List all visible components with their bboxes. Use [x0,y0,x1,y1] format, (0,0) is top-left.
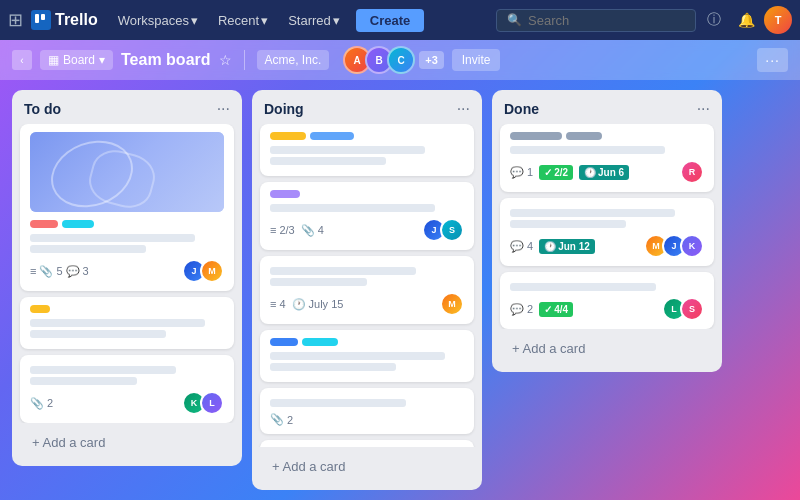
attach-icon: 📎 [30,397,44,410]
recent-menu[interactable]: Recent ▾ [210,9,276,32]
meta-comment-icon: 💬 [66,265,80,278]
column-doing: Doing ··· [252,90,482,490]
svg-rect-0 [35,14,39,23]
workspace-badge[interactable]: Acme, Inc. [257,50,330,70]
member-avatars: A B C +3 [337,46,444,74]
board-menu-button[interactable]: ··· [757,48,788,72]
badge-checklist: ✓ 4/4 [539,302,573,317]
card-meta-left: 💬 2 ✓ 4/4 [510,302,573,317]
card-meta: ≡ 2/3 📎 4 J S [270,218,464,242]
card-avatars: M [440,292,464,316]
card-avatar[interactable]: M [200,259,224,283]
star-button[interactable]: ☆ [219,52,232,68]
label-yellow [270,132,306,140]
add-card-button-todo[interactable]: + Add a card [20,427,234,458]
board-view-icon: ▦ [48,53,59,67]
meta-attach: 📎 2 [270,413,293,426]
card-text-line [30,234,195,242]
card-cover-pattern [30,132,224,212]
column-done-title: Done [504,101,539,117]
card-avatar[interactable]: S [680,297,704,321]
card-avatars: J M [182,259,224,283]
info-button[interactable]: ⓘ [700,6,728,34]
view-toggle[interactable]: ▦ Board ▾ [40,50,113,70]
card-text-line [270,204,435,212]
meta-attach: 📎 2 [30,397,53,410]
top-navigation: ⊞ Trello Workspaces ▾ Recent ▾ Starred ▾… [0,0,800,40]
card-labels [270,338,464,346]
card-meta: 📎 2 [270,413,464,426]
todo-card-2[interactable] [20,297,234,349]
card-avatars: R [680,160,704,184]
card-avatar[interactable]: R [680,160,704,184]
card-meta-left: ≡ 📎 5 💬 3 [30,265,89,278]
card-text-line [30,330,166,338]
label-blue [270,338,298,346]
meta-checklist: ≡ 2/3 [270,224,295,236]
label-cyan [62,220,94,228]
board-title: Team board [121,51,211,69]
card-text-line [510,220,626,228]
badge-due: 🕐 Jun 12 [539,239,595,254]
card-avatar[interactable]: L [200,391,224,415]
card-meta: 📎 2 K L [30,391,224,415]
card-meta-left: ≡ 4 🕐 July 15 [270,298,343,311]
user-avatar[interactable]: T [764,6,792,34]
notifications-button[interactable]: 🔔 [732,6,760,34]
card-avatars: M J K [644,234,704,258]
attach-icon: 📎 [270,413,284,426]
column-doing-cards: ≡ 2/3 📎 4 J S [252,124,482,447]
card-text-line [30,319,205,327]
comment-icon: 💬 [510,303,524,316]
doing-card-3[interactable]: ≡ 4 🕐 July 15 M [260,256,474,324]
meta-attach-count: 5 [56,265,62,277]
card-text-line [270,157,386,165]
doing-card-2[interactable]: ≡ 2/3 📎 4 J S [260,182,474,250]
column-done-header: Done ··· [492,90,722,124]
column-doing-title: Doing [264,101,304,117]
column-done-menu[interactable]: ··· [697,100,710,118]
card-text-line [270,278,367,286]
workspaces-menu[interactable]: Workspaces ▾ [110,9,206,32]
column-done-cards: 💬 1 ✓ 2/2 🕐 Jun 6 R [492,124,722,329]
trello-logo[interactable]: Trello [31,10,98,30]
doing-card-4[interactable] [260,330,474,382]
done-card-3[interactable]: 💬 2 ✓ 4/4 L S [500,272,714,329]
member-count-badge[interactable]: +3 [419,51,444,69]
card-meta: ≡ 4 🕐 July 15 M [270,292,464,316]
card-meta: 💬 4 🕐 Jun 12 M J K [510,234,704,258]
doing-card-5[interactable]: 📎 2 [260,388,474,434]
column-todo: To do ··· ≡ 📎 [12,90,242,466]
member-avatar-3[interactable]: C [387,46,415,74]
card-avatar[interactable]: S [440,218,464,242]
collapse-sidebar-button[interactable]: ‹ [12,50,32,70]
search-bar[interactable]: 🔍 [496,9,696,32]
column-todo-menu[interactable]: ··· [217,100,230,118]
column-todo-header: To do ··· [12,90,242,124]
grid-icon[interactable]: ⊞ [8,9,23,31]
done-card-1[interactable]: 💬 1 ✓ 2/2 🕐 Jun 6 R [500,124,714,192]
search-icon: 🔍 [507,13,522,27]
add-card-button-done[interactable]: + Add a card [500,333,714,364]
doing-card-1[interactable] [260,124,474,176]
card-meta-left: 💬 1 ✓ 2/2 🕐 Jun 6 [510,165,629,180]
create-button[interactable]: Create [356,9,424,32]
starred-menu[interactable]: Starred ▾ [280,9,348,32]
checklist-icon: ≡ [30,265,36,277]
todo-card-1[interactable]: ≡ 📎 5 💬 3 J M [20,124,234,291]
invite-button[interactable]: Invite [452,49,501,71]
search-input[interactable] [528,13,668,28]
doing-card-6[interactable]: ≡ 4 💬 4 A B [260,440,474,447]
todo-card-3[interactable]: 📎 2 K L [20,355,234,423]
card-avatars: L S [662,297,704,321]
column-doing-header: Doing ··· [252,90,482,124]
card-avatar[interactable]: M [440,292,464,316]
card-text-line [270,399,406,407]
done-card-2[interactable]: 💬 4 🕐 Jun 12 M J K [500,198,714,266]
add-card-button-doing[interactable]: + Add a card [260,451,474,482]
card-avatar[interactable]: K [680,234,704,258]
column-doing-menu[interactable]: ··· [457,100,470,118]
checklist-icon: ≡ [270,224,276,236]
meta-checklist: ≡ 4 [270,298,286,310]
meta-attach: 📎 4 [301,224,324,237]
